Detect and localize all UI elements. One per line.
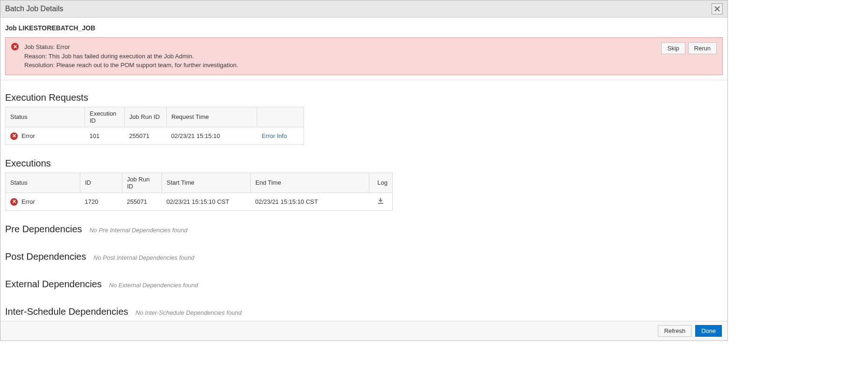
- pre-dependencies-section: Pre Dependencies No Pre Internal Depende…: [5, 219, 723, 238]
- close-icon: [714, 6, 720, 12]
- separator: [0, 80, 727, 80]
- error-icon: ✕: [11, 43, 19, 50]
- executions-title: Executions: [5, 158, 51, 169]
- rerun-button[interactable]: Rerun: [688, 42, 717, 54]
- error-alert: ✕ Job Status: Error Reason: This Job has…: [5, 37, 723, 75]
- error-info-link[interactable]: Error Info: [262, 132, 287, 139]
- cell-end: 02/23/21 15:15:10 CST: [251, 193, 369, 210]
- col-job-run-id: Job Run ID: [125, 107, 167, 127]
- job-title: Job LIKESTOREBATCH_JOB: [0, 18, 727, 37]
- job-name: LIKESTOREBATCH_JOB: [19, 24, 95, 32]
- execution-requests-title: Execution Requests: [5, 92, 88, 103]
- batch-job-details-dialog: Batch Job Details Job LIKESTOREBATCH_JOB…: [0, 0, 728, 341]
- section-empty-text: No Post Internal Dependencies found: [93, 254, 194, 261]
- table-header-row: Status ID Job Run ID Start Time End Time…: [6, 173, 393, 193]
- error-icon: ✕: [10, 132, 18, 140]
- alert-reason-line: Reason: This Job has failed during execu…: [24, 52, 238, 61]
- refresh-button[interactable]: Refresh: [658, 325, 692, 337]
- table-row: ✕ Error 101 255071 02/23/21 15:15:10 Err…: [6, 127, 304, 145]
- inter-schedule-dependencies-section: Inter-Schedule Dependencies No Inter-Sch…: [5, 302, 723, 321]
- scroll-content[interactable]: Execution Requests Status Execution ID J…: [0, 88, 727, 321]
- col-end: End Time: [251, 173, 369, 193]
- dialog-header: Batch Job Details: [0, 0, 727, 18]
- col-status: Status: [6, 173, 80, 193]
- cell-job-run-id: 255071: [125, 127, 167, 145]
- cell-status: ✕ Error: [6, 193, 80, 210]
- cell-log: [369, 193, 393, 210]
- cell-exec-id: 101: [85, 127, 125, 145]
- section-title: Pre Dependencies: [5, 224, 82, 235]
- table-header-row: Status Execution ID Job Run ID Request T…: [6, 107, 304, 127]
- col-action: [257, 107, 304, 127]
- alert-actions: Skip Rerun: [661, 42, 717, 54]
- alert-resolution-line: Resolution: Please reach out to the POM …: [24, 61, 238, 70]
- cell-request-time: 02/23/21 15:15:10: [167, 127, 257, 145]
- alert-content: ✕ Job Status: Error Reason: This Job has…: [11, 42, 238, 70]
- cell-id: 1720: [80, 193, 122, 210]
- col-exec-id: Execution ID: [85, 107, 125, 127]
- col-request-time: Request Time: [167, 107, 257, 127]
- col-id: ID: [80, 173, 122, 193]
- cell-job-run-id: 255071: [122, 193, 162, 210]
- table-row: ✕ Error 1720 255071 02/23/21 15:15:10 CS…: [6, 193, 393, 210]
- alert-status-line: Job Status: Error: [24, 42, 238, 52]
- section-title: Inter-Schedule Dependencies: [5, 306, 128, 317]
- execution-requests-table: Status Execution ID Job Run ID Request T…: [5, 107, 304, 145]
- close-button[interactable]: [712, 3, 723, 14]
- skip-button[interactable]: Skip: [661, 42, 685, 54]
- col-log: Log: [369, 173, 393, 193]
- col-status: Status: [6, 107, 85, 127]
- status-text: Error: [21, 132, 35, 139]
- section-title: Post Dependencies: [5, 251, 86, 262]
- post-dependencies-section: Post Dependencies No Post Internal Depen…: [5, 247, 723, 266]
- done-button[interactable]: Done: [695, 325, 722, 337]
- job-prefix: Job: [5, 24, 17, 32]
- section-empty-text: No External Dependencies found: [109, 282, 198, 289]
- executions-table: Status ID Job Run ID Start Time End Time…: [5, 173, 393, 211]
- download-log-button[interactable]: [374, 198, 388, 206]
- col-start: Start Time: [162, 173, 251, 193]
- alert-text: Job Status: Error Reason: This Job has f…: [24, 42, 238, 70]
- section-empty-text: No Pre Internal Dependencies found: [89, 227, 187, 234]
- dialog-title: Batch Job Details: [5, 5, 64, 13]
- dialog-footer: Refresh Done: [0, 321, 727, 340]
- dialog-body: Job LIKESTOREBATCH_JOB ✕ Job Status: Err…: [0, 18, 727, 340]
- section-empty-text: No Inter-Schedule Dependencies found: [135, 309, 241, 316]
- external-dependencies-section: External Dependencies No External Depend…: [5, 274, 723, 293]
- cell-error-info: Error Info: [257, 127, 304, 145]
- download-icon: [377, 198, 384, 204]
- section-title: External Dependencies: [5, 279, 102, 290]
- error-icon: ✕: [10, 198, 18, 206]
- cell-start: 02/23/21 15:15:10 CST: [162, 193, 251, 210]
- status-text: Error: [21, 198, 35, 205]
- cell-status: ✕ Error: [6, 127, 85, 145]
- col-job-run-id: Job Run ID: [122, 173, 162, 193]
